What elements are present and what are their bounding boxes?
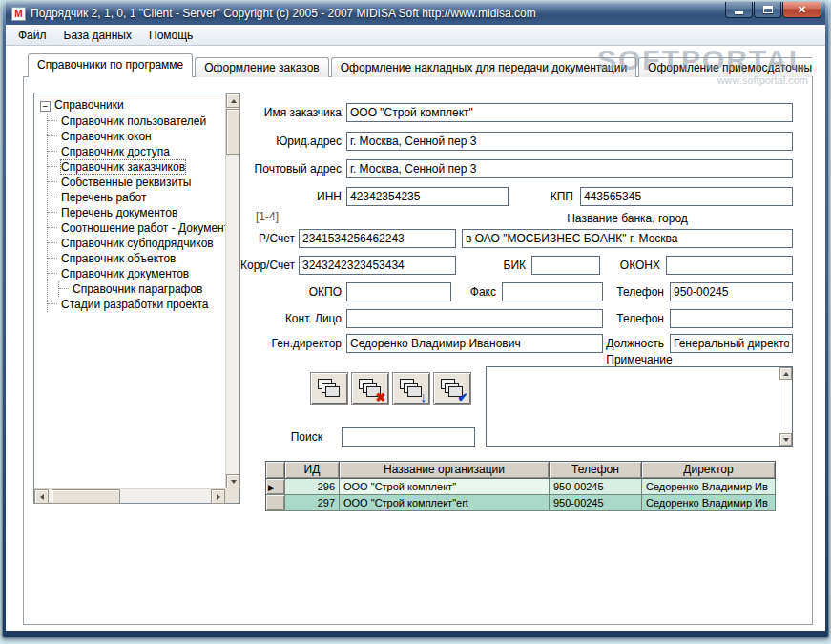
- grid-header-director[interactable]: Директор: [642, 462, 776, 479]
- fax-label: Факс: [456, 285, 496, 301]
- tree-root[interactable]: Справочники: [40, 97, 238, 114]
- tree-item-label: Соотношение работ - Документо: [61, 221, 236, 235]
- cell-director[interactable]: Седоренко Владимир Ив: [642, 479, 776, 495]
- position-input[interactable]: [670, 334, 793, 353]
- caption-buttons: [725, 2, 821, 18]
- tree-item-customers[interactable]: Справочник заказчиков: [48, 159, 238, 175]
- tree-item-label: Справочник заказчиков: [61, 160, 185, 174]
- tab-acceptance-acts[interactable]: Оформление приемосдаточных актов: [638, 57, 812, 77]
- app-icon: M: [11, 7, 26, 21]
- director-label: Ген.директор: [237, 337, 342, 352]
- tree-item-paragraphs[interactable]: Справочник параграфов: [59, 281, 238, 297]
- tree-item-label: Справочник субподрядчиков: [61, 237, 214, 250]
- cell-org[interactable]: ООО "Строй комплект"ert: [340, 495, 550, 511]
- horizontal-scroll-thumb[interactable]: [52, 489, 120, 504]
- tab-strip: Справочники по программе Оформление зака…: [28, 53, 812, 77]
- tree-item-documents-list[interactable]: Перечень документов: [48, 205, 238, 220]
- scroll-down-button[interactable]: [226, 474, 240, 488]
- window-title: Подрядчик 2, 1, 0, 1 "Client - Server" C…: [31, 7, 536, 20]
- records-download-icon: [400, 379, 424, 399]
- minimize-button[interactable]: [725, 2, 753, 18]
- cell-phone[interactable]: 950-00245: [550, 495, 642, 511]
- delete-record-button[interactable]: [351, 372, 389, 405]
- phone2-label: Телефон: [609, 312, 664, 327]
- customer-name-input[interactable]: [346, 103, 793, 122]
- postal-address-input[interactable]: [346, 159, 793, 178]
- records-delete-icon: [359, 379, 383, 399]
- corr-account-label: Корр/Счет: [223, 259, 295, 274]
- legal-address-input[interactable]: [346, 132, 793, 151]
- tree-item-windows[interactable]: Справочник окон: [48, 129, 238, 144]
- menu-database[interactable]: База данных: [55, 27, 140, 44]
- close-button[interactable]: [782, 2, 821, 18]
- tab-directories[interactable]: Справочники по программе: [28, 53, 193, 77]
- grid-header-org[interactable]: Название организации: [340, 462, 550, 479]
- tree-item-label: Справочник доступа: [61, 145, 170, 158]
- cell-id[interactable]: 296: [285, 479, 340, 495]
- tree-item-label: Перечень документов: [61, 206, 177, 219]
- arrow-up-icon: [231, 99, 237, 103]
- scroll-down-button[interactable]: [779, 433, 792, 446]
- search-input[interactable]: [342, 427, 475, 447]
- okonh-input[interactable]: [666, 256, 793, 275]
- maximize-button[interactable]: [754, 2, 781, 18]
- tab-orders[interactable]: Оформление заказов: [195, 57, 328, 77]
- tree-item-documents[interactable]: Справочник документов: [48, 266, 238, 281]
- tree-item-access[interactable]: Справочник доступа: [48, 144, 238, 159]
- scroll-left-button[interactable]: [34, 489, 49, 504]
- note-scrollbar[interactable]: [779, 367, 792, 446]
- cell-phone[interactable]: 950-00245: [550, 479, 642, 495]
- scroll-right-button[interactable]: [211, 489, 225, 504]
- tab-waybills[interactable]: Оформление накладных для передачи докуме…: [331, 57, 636, 77]
- confirm-records-button[interactable]: [433, 372, 471, 405]
- tree-item-works[interactable]: Перечень работ: [48, 190, 238, 205]
- row-selector[interactable]: [266, 495, 285, 511]
- tree-item-label: Собственные реквизиты: [61, 176, 191, 189]
- kpp-label: КПП: [521, 190, 573, 205]
- kpp-input[interactable]: [580, 187, 793, 206]
- tree-horizontal-scrollbar[interactable]: [34, 488, 225, 503]
- scroll-up-button[interactable]: [779, 367, 792, 380]
- copy-records-button[interactable]: [310, 372, 348, 405]
- minimize-icon: [735, 11, 743, 14]
- customers-grid: ИД Название организации Телефон Директор…: [265, 461, 776, 511]
- contact-input[interactable]: [346, 309, 603, 328]
- bank-input[interactable]: [462, 229, 793, 248]
- cell-director[interactable]: Седоренко Владимир Ив: [642, 495, 776, 511]
- phone-input[interactable]: [670, 282, 793, 301]
- import-records-button[interactable]: [392, 372, 430, 405]
- cell-org[interactable]: ООО "Строй комплект": [340, 479, 550, 495]
- tree-item-own-details[interactable]: Собственные реквизиты: [48, 175, 238, 190]
- note-textarea[interactable]: [487, 367, 779, 446]
- menu-help[interactable]: Помощь: [140, 27, 201, 44]
- tree-item-works-documents[interactable]: Соотношение работ - Документо: [48, 220, 238, 236]
- corr-account-input[interactable]: [299, 256, 456, 275]
- inn-input[interactable]: [346, 187, 509, 206]
- cell-id[interactable]: 297: [285, 495, 340, 511]
- postal-address-label: Почтовый адрес: [237, 162, 342, 177]
- bik-label: БИК: [473, 259, 526, 274]
- phone2-input[interactable]: [670, 309, 793, 328]
- bik-input[interactable]: [531, 256, 600, 275]
- tree-item-label: Справочник параграфов: [73, 282, 203, 296]
- okpo-label: ОКПО: [237, 285, 342, 301]
- okpo-input[interactable]: [346, 282, 451, 301]
- row-selector[interactable]: [266, 479, 285, 495]
- director-input[interactable]: [346, 334, 603, 353]
- account-label: Р/Счет: [235, 232, 295, 247]
- menu-file[interactable]: Файл: [10, 27, 55, 44]
- tree-item-project-stages[interactable]: Стадии разработки проекта: [48, 297, 238, 312]
- titlebar[interactable]: M Подрядчик 2, 1, 0, 1 "Client - Server"…: [6, 2, 825, 25]
- tree-item-objects[interactable]: Справочник объектов: [48, 251, 238, 266]
- grid-header-id[interactable]: ИД: [285, 462, 340, 479]
- tree-item-users[interactable]: Справочник пользователей: [48, 114, 238, 129]
- tree-item-subcontractors[interactable]: Справочник субподрядчиков: [48, 236, 238, 251]
- tree-item-label: Справочник окон: [61, 130, 152, 143]
- customer-name-label: Имя заказчика: [237, 106, 342, 121]
- account-input[interactable]: [299, 229, 456, 248]
- collapse-icon[interactable]: [40, 101, 51, 112]
- records-stack-icon: [318, 379, 342, 399]
- fax-input[interactable]: [502, 282, 603, 301]
- tree-item-label: Справочник объектов: [61, 252, 176, 265]
- grid-header-phone[interactable]: Телефон: [550, 462, 642, 479]
